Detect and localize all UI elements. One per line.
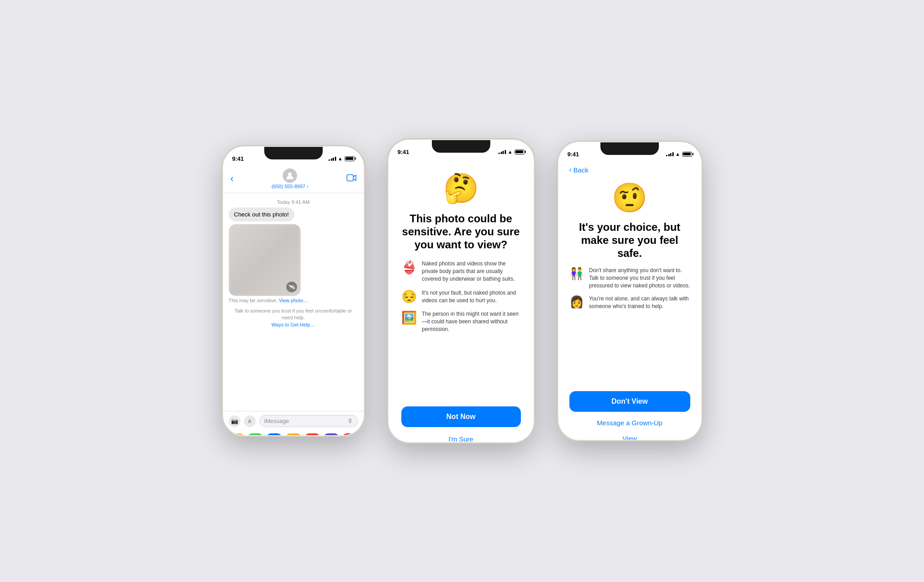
apps-icon[interactable]: A <box>244 415 256 427</box>
dock-photos[interactable]: 📷 <box>229 433 244 435</box>
status-time-1: 9:41 <box>232 155 244 162</box>
dock-music[interactable]: 🎵 <box>342 433 358 435</box>
phone1-content: ‹ (650) 555-8997 › Today 9:41 AM Check o… <box>223 167 364 435</box>
notch-2 <box>432 140 490 153</box>
dock-icon5[interactable]: 😈 <box>305 433 320 435</box>
eye-slash-icon <box>286 282 297 292</box>
camera-icon[interactable]: 📷 <box>229 415 240 427</box>
warning-text-3: The person in this might not want it see… <box>422 310 521 333</box>
warning-emoji-1: 👙 <box>401 260 418 275</box>
back-nav-3[interactable]: ‹ Back <box>569 162 690 177</box>
imessage-input[interactable]: iMessage 🎙 <box>259 415 358 427</box>
messages-area: Today 9:41 AM Check out this photo! This… <box>223 193 364 411</box>
choice-emoji: 🤨 <box>569 181 690 215</box>
signal-bars-3 <box>666 152 674 156</box>
warning-title: This photo could be sensitive. Are you s… <box>401 212 521 251</box>
sensitive-note: This may be sensitive. View photo… <box>229 298 358 303</box>
choice-emoji-1: 👫 <box>569 267 585 281</box>
signal-bars-1 <box>329 156 336 161</box>
video-button[interactable] <box>346 174 356 183</box>
choice-text-2: You're not alone, and can always talk wi… <box>589 295 690 310</box>
im-sure-button[interactable]: I'm Sure <box>446 432 476 442</box>
svg-point-0 <box>288 172 292 176</box>
svg-rect-1 <box>347 175 353 181</box>
dock-bitmoji[interactable]: 😊 <box>285 433 301 435</box>
phone3-content: ‹ Back 🤨 It's your choice, but make sure… <box>559 162 701 440</box>
warning-text-2: It's not your fault, but naked photos an… <box>422 289 521 304</box>
warning-text-1: Naked photos and videos show the private… <box>422 260 521 282</box>
battery-1 <box>345 156 355 161</box>
dock-pay[interactable]: 💳 <box>267 433 282 435</box>
phones-container: 9:41 ▲ ‹ <box>222 138 703 444</box>
wifi-icon-3: ▲ <box>675 151 680 157</box>
help-note: Talk to someone you trust if you feel un… <box>229 308 358 328</box>
choice-items: 👫 Don't share anything you don't want to… <box>569 267 690 384</box>
choice-emoji-2: 👩 <box>569 295 585 309</box>
choice-title: It's your choice, but make sure you feel… <box>569 221 690 260</box>
message-bubble: Check out this photo! <box>229 207 294 221</box>
imessage-placeholder: iMessage <box>264 418 289 424</box>
input-icons-left: 📷 A <box>229 415 256 427</box>
not-now-button[interactable]: Not Now <box>401 406 521 427</box>
warning-emoji-2: 😔 <box>401 289 418 304</box>
phone-2: 9:41 ▲ 🤔 This photo could be sen <box>387 138 535 444</box>
contact-number[interactable]: (650) 555-8997 › <box>271 184 308 189</box>
dock-earth[interactable]: 🌐 <box>324 433 339 435</box>
warning-emoji-3: 🖼️ <box>401 310 418 325</box>
signal-bars-2 <box>498 150 506 154</box>
warning-items: 👙 Naked photos and videos show the priva… <box>401 260 521 397</box>
warning-emoji: 🤔 <box>443 172 479 205</box>
phone-3: 9:41 ▲ ‹ Back <box>557 141 703 441</box>
choice-item-1: 👫 Don't share anything you don't want to… <box>569 267 690 289</box>
input-bar: 📷 A iMessage 🎙 <box>223 411 364 431</box>
status-icons-1: ▲ <box>329 156 354 161</box>
wifi-icon-1: ▲ <box>338 156 343 161</box>
message-grownup-button[interactable]: Message a Grown-Up <box>569 416 690 429</box>
battery-2 <box>515 150 524 154</box>
choice-text-1: Don't share anything you don't want to. … <box>589 267 690 289</box>
status-icons-2: ▲ <box>498 149 524 154</box>
photo-message <box>229 224 301 296</box>
contact-avatar <box>283 168 297 183</box>
nav-bar-1: ‹ (650) 555-8997 › <box>223 167 364 193</box>
dictation-icon: 🎙 <box>347 418 353 424</box>
dock-apps[interactable]: A <box>248 433 263 435</box>
back-label-3[interactable]: Back <box>573 166 588 174</box>
ways-to-get-help-link[interactable]: Ways to Get Help… <box>271 322 315 327</box>
app-dock: 📷 A 💳 😊 😈 🌐 🎵 <box>223 431 364 435</box>
phone-1: 9:41 ▲ ‹ <box>222 145 365 437</box>
back-chevron-3: ‹ <box>569 166 572 174</box>
contact-info: (650) 555-8997 › <box>271 168 308 189</box>
dont-view-button[interactable]: Don't View <box>569 391 690 412</box>
view-photo-link[interactable]: View photo… <box>279 298 308 303</box>
battery-3 <box>682 152 692 157</box>
status-time-2: 9:41 <box>398 149 409 155</box>
phone2-content: 🤔 This photo could be sensitive. Are you… <box>389 160 533 442</box>
warning-item-3: 🖼️ The person in this might not want it … <box>401 310 521 333</box>
wifi-icon-2: ▲ <box>508 149 513 154</box>
notch <box>264 147 323 159</box>
notch-3 <box>600 142 659 155</box>
back-button-1[interactable]: ‹ <box>231 173 234 185</box>
status-time-3: 9:41 <box>568 151 579 158</box>
choice-item-2: 👩 You're not alone, and can always talk … <box>569 295 690 310</box>
warning-item-1: 👙 Naked photos and videos show the priva… <box>401 260 521 282</box>
warning-item-2: 😔 It's not your fault, but naked photos … <box>401 289 521 304</box>
date-label: Today 9:41 AM <box>229 199 358 205</box>
view-button[interactable]: View <box>569 432 690 440</box>
status-icons-3: ▲ <box>666 151 692 157</box>
